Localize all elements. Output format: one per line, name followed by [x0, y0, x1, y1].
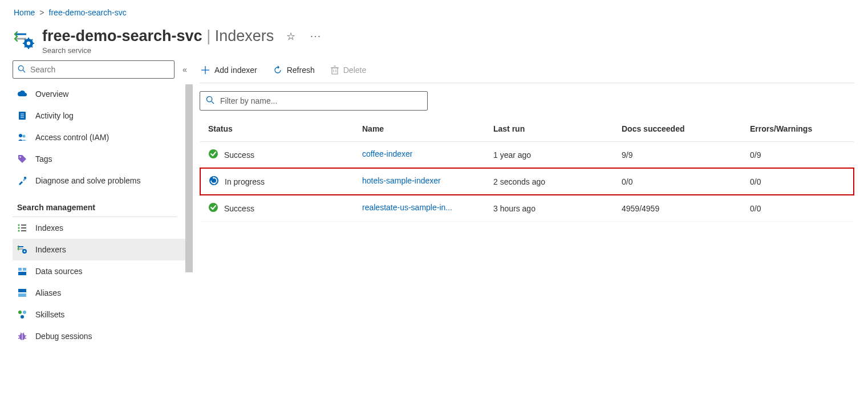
skillset-icon — [17, 309, 27, 320]
breadcrumb-home[interactable]: Home — [14, 8, 35, 17]
svg-line-34 — [18, 338, 20, 338]
sidebar-item-label: Aliases — [35, 288, 61, 297]
indexer-link[interactable]: realestate-us-sample-in... — [362, 203, 452, 212]
tools-icon — [17, 175, 27, 186]
sidebar-item-debug-sessions[interactable]: Debug sessions — [13, 325, 193, 347]
debug-icon — [17, 331, 27, 341]
sidebar-item-label: Debug sessions — [35, 332, 92, 341]
svg-line-37 — [23, 333, 24, 334]
refresh-button[interactable]: Refresh — [272, 63, 316, 77]
sidebar-scrollbar[interactable] — [185, 84, 193, 272]
svg-point-9 — [23, 135, 26, 138]
more-button[interactable]: ··· — [308, 29, 323, 44]
svg-rect-23 — [18, 268, 22, 271]
chevron-right-icon: > — [39, 8, 44, 17]
svg-point-45 — [206, 96, 212, 101]
svg-point-27 — [18, 311, 22, 314]
datasource-icon — [17, 266, 27, 276]
status-text: Success — [224, 204, 254, 213]
filter-input[interactable] — [220, 96, 421, 105]
sidebar-item-skillsets[interactable]: Skillsets — [13, 304, 193, 325]
sidebar-search-input[interactable] — [30, 65, 169, 74]
sidebar-item-data-sources[interactable]: Data sources — [13, 260, 193, 282]
chevron-double-left-icon: « — [182, 65, 187, 74]
table-row[interactable]: In progresshotels-sample-indexer2 second… — [200, 168, 854, 195]
svg-line-32 — [18, 336, 20, 336]
last-run-cell: 2 seconds ago — [485, 168, 614, 195]
more-icon: ··· — [310, 31, 321, 41]
star-icon: ☆ — [286, 31, 295, 42]
add-indexer-label: Add indexer — [214, 66, 257, 75]
delete-button[interactable]: Delete — [330, 63, 367, 77]
col-last-run[interactable]: Last run — [485, 116, 614, 142]
svg-point-8 — [19, 134, 22, 137]
sidebar-item-activity-log[interactable]: Activity log — [13, 105, 193, 126]
docs-cell: 4959/4959 — [614, 195, 742, 222]
sidebar-item-overview[interactable]: Overview — [13, 83, 193, 105]
sidebar-search[interactable] — [13, 60, 175, 79]
sidebar-item-tags[interactable]: Tags — [13, 148, 193, 170]
sidebar-item-aliases[interactable]: Aliases — [13, 282, 193, 304]
sidebar-item-label: Data sources — [35, 267, 82, 276]
indexer-link[interactable]: coffee-indexer — [362, 149, 412, 158]
svg-line-35 — [25, 338, 26, 338]
alias-icon — [17, 288, 27, 298]
sidebar-item-label: Indexes — [35, 223, 63, 232]
svg-rect-22 — [18, 272, 26, 275]
errors-cell: 0/9 — [742, 142, 854, 169]
collapse-sidebar-button[interactable]: « — [182, 65, 187, 74]
indexer-link[interactable]: hotels-sample-indexer — [362, 176, 441, 185]
svg-line-33 — [25, 336, 26, 336]
svg-rect-25 — [18, 289, 26, 292]
sidebar-item-label: Access control (IAM) — [35, 133, 109, 142]
col-status[interactable]: Status — [200, 116, 354, 142]
page-header: free-demo-search-svc | Indexers ☆ ··· Se… — [0, 19, 868, 60]
sidebar-group-header: Search management — [13, 191, 177, 217]
sync-icon — [209, 175, 219, 187]
plus-icon — [201, 66, 210, 75]
toolbar: Add indexer Refresh Delete — [200, 60, 854, 83]
sidebar-item-indexes[interactable]: Indexes — [13, 217, 193, 239]
svg-line-36 — [21, 333, 22, 334]
page-subtitle: Search service — [42, 46, 324, 55]
sidebar-item-indexers[interactable]: Indexers — [13, 239, 193, 260]
svg-point-47 — [209, 149, 218, 158]
last-run-cell: 3 hours ago — [485, 195, 614, 222]
status-text: In progress — [225, 177, 265, 186]
svg-point-28 — [23, 311, 26, 314]
errors-cell: 0/0 — [742, 168, 854, 195]
svg-rect-24 — [23, 268, 26, 271]
check-circle-icon — [208, 149, 218, 161]
favorite-button[interactable]: ☆ — [284, 28, 298, 45]
table-row[interactable]: Successrealestate-us-sample-in...3 hours… — [200, 195, 854, 222]
svg-point-11 — [24, 177, 26, 179]
col-errors[interactable]: Errors/Warnings — [742, 116, 854, 142]
indexers-table: Status Name Last run Docs succeeded Erro… — [200, 116, 854, 222]
add-indexer-button[interactable]: Add indexer — [200, 63, 258, 77]
table-row[interactable]: Successcoffee-indexer1 year ago9/90/9 — [200, 142, 854, 169]
indexer-icon — [17, 244, 27, 255]
refresh-icon — [273, 66, 282, 75]
search-icon — [206, 96, 214, 106]
status-text: Success — [224, 150, 254, 160]
svg-line-3 — [23, 70, 25, 72]
breadcrumb-resource[interactable]: free-demo-search-svc — [49, 8, 127, 17]
sidebar-item-diagnose-and-solve-problems[interactable]: Diagnose and solve problems — [13, 170, 193, 191]
sidebar-item-label: Indexers — [35, 245, 66, 254]
svg-point-10 — [19, 156, 21, 158]
sidebar: « OverviewActivity logAccess control (IA… — [0, 60, 193, 398]
main-content: Add indexer Refresh Delete — [193, 60, 868, 398]
col-docs[interactable]: Docs succeeded — [614, 116, 742, 142]
search-icon — [18, 65, 26, 75]
svg-rect-40 — [332, 68, 338, 74]
filter-input-wrap[interactable] — [200, 91, 428, 111]
sidebar-item-label: Activity log — [35, 111, 74, 120]
col-name[interactable]: Name — [354, 116, 485, 142]
docs-cell: 9/9 — [614, 142, 742, 169]
check-circle-icon — [208, 202, 218, 214]
errors-cell: 0/0 — [742, 195, 854, 222]
page-title: free-demo-search-svc | Indexers — [42, 27, 274, 45]
trash-icon — [331, 66, 339, 75]
sidebar-item-label: Tags — [35, 154, 52, 164]
sidebar-item-access-control-iam-[interactable]: Access control (IAM) — [13, 126, 193, 148]
